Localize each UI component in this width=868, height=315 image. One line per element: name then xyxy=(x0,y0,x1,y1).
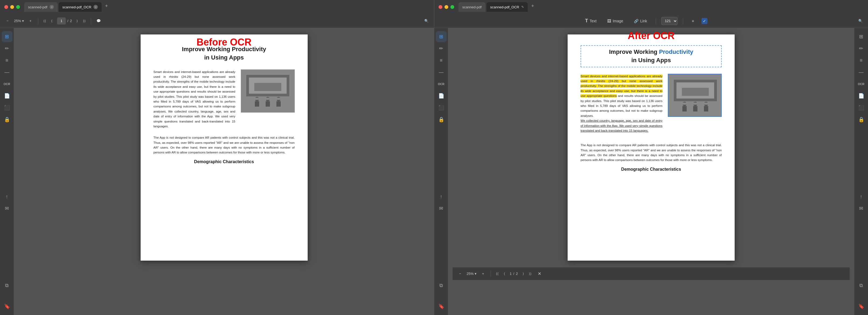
zoom-out-bottom[interactable]: − xyxy=(456,270,464,278)
image-tool-button[interactable]: 🖼 Image xyxy=(604,16,626,26)
sidebar-rr-layers[interactable]: ⧉ xyxy=(856,280,867,291)
page-nav-next-bottom: ⟩ ⟩⟩ xyxy=(520,271,533,277)
tab-scanned-pdf-r[interactable]: scanned-pdf xyxy=(459,2,486,12)
sidebar-ocr-button[interactable]: OCR xyxy=(2,78,12,89)
email-icon: ✉ xyxy=(5,206,9,211)
zoom-dropdown-icon: ▾ xyxy=(22,19,24,23)
icon-rr-2: ✏ xyxy=(859,45,863,52)
separator-ocr2 xyxy=(683,18,683,24)
last-page-bottom[interactable]: ⟩⟩ xyxy=(527,271,533,277)
dash-icon-r: — xyxy=(439,69,444,75)
page-nav-arrows-next: ⟩ ⟩⟩ xyxy=(74,18,88,24)
sidebar-rr-8[interactable]: 🔒 xyxy=(856,114,867,125)
sidebar-protect-button[interactable]: 🔒 xyxy=(2,114,12,125)
text-tool-button[interactable]: T Text xyxy=(582,16,600,26)
sidebar-text-button-r[interactable]: ≡ xyxy=(436,55,447,66)
sidebar-rr-7[interactable]: ⬛ xyxy=(856,102,867,113)
sidebar-protect-button-r[interactable]: 🔒 xyxy=(436,114,447,125)
sidebar-pages-button[interactable]: 📄 xyxy=(2,91,12,101)
ocr-paragraph-1: Smart devices and internet-based applica… xyxy=(581,74,662,133)
pdf-canvas-right[interactable]: After OCR Improve Working Productivity i… xyxy=(448,28,854,315)
pdf-paragraph-2: The App is not designed to compare AR pa… xyxy=(154,135,295,155)
sidebar-rr-bookmark[interactable]: 🔖 xyxy=(856,301,867,312)
sidebar-dash-button-r[interactable]: — xyxy=(436,67,447,77)
zoom-in-bottom[interactable]: + xyxy=(479,270,487,278)
sidebar-edit-button[interactable]: ✏ xyxy=(2,43,12,54)
sidebar-rr-3[interactable]: ≡ xyxy=(856,55,867,66)
sidebar-right-right: ⊞ ✏ ≡ — OCR 📄 ⬛ 🔒 xyxy=(854,28,868,315)
tab-scanned-pdf-ocr[interactable]: scanned-pdf_OCR ✕ xyxy=(59,2,102,12)
close-traffic-light-r[interactable] xyxy=(439,5,442,9)
svg-rect-22 xyxy=(704,106,708,112)
sidebar-rr-2[interactable]: ✏ xyxy=(856,43,867,54)
prev-page-button[interactable]: ⟨ xyxy=(49,18,55,24)
first-page-bottom[interactable]: ⟨⟨ xyxy=(494,271,500,277)
font-size-select[interactable]: 121 72 48 36 24 18 14 12 xyxy=(661,17,678,25)
page-nav-arrows: ⟨⟨ ⟨ xyxy=(41,18,55,24)
first-page-button[interactable]: ⟨⟨ xyxy=(41,18,48,24)
prev-page-bottom[interactable]: ⟨ xyxy=(501,271,507,277)
sidebar-dash-button[interactable]: — xyxy=(2,67,12,77)
tab-close-btn[interactable]: ✕ xyxy=(50,5,54,9)
sidebar-rr-5[interactable]: OCR xyxy=(856,78,867,89)
sidebar-thumbnail-button-r[interactable]: ⊞ xyxy=(436,31,447,42)
new-tab-button[interactable]: + xyxy=(103,2,110,10)
maximize-traffic-light[interactable] xyxy=(16,5,20,9)
align-button[interactable]: ≡ xyxy=(689,16,697,26)
page-number-input[interactable] xyxy=(57,18,66,25)
sidebar-edit-button-r[interactable]: ✏ xyxy=(436,43,447,54)
svg-rect-23 xyxy=(677,102,714,105)
tab-scanned-pdf[interactable]: scanned-pdf ✕ xyxy=(24,2,58,12)
svg-rect-16 xyxy=(682,88,709,96)
sidebar-share-button[interactable]: ↑ xyxy=(2,191,12,202)
sidebar-rr-share[interactable]: ↑ xyxy=(856,191,867,202)
sidebar-bookmark-button-r[interactable]: 🔖 xyxy=(436,301,447,312)
minimize-traffic-light-r[interactable] xyxy=(444,5,448,9)
close-traffic-light[interactable] xyxy=(4,5,8,9)
last-page-button[interactable]: ⟩⟩ xyxy=(81,18,88,24)
pdf-body-left: Smart devices and internet-based applica… xyxy=(154,69,295,129)
zoom-in-button[interactable]: + xyxy=(26,17,35,25)
layers-icon: ⧉ xyxy=(5,283,9,288)
sidebar-text-button[interactable]: ≡ xyxy=(2,55,12,66)
next-page-bottom[interactable]: ⟩ xyxy=(520,271,526,277)
edit-icon-r: ✏ xyxy=(439,45,443,52)
link-tool-label: Link xyxy=(640,19,647,23)
search-button-r[interactable]: 🔍 xyxy=(856,17,865,25)
email-icon-r: ✉ xyxy=(439,206,443,211)
sidebar-layers-button[interactable]: ⧉ xyxy=(2,280,12,291)
close-icon-b: ✕ xyxy=(538,271,541,276)
search-button[interactable]: 🔍 xyxy=(422,17,431,25)
edit-icon: ✏ xyxy=(5,45,9,52)
sidebar-compress-button[interactable]: ⬛ xyxy=(2,102,12,113)
sidebar-share-button-r[interactable]: ↑ xyxy=(436,191,447,202)
comment-button[interactable]: 💬 xyxy=(94,17,103,25)
sidebar-pages-button-r[interactable]: 📄 xyxy=(436,91,447,101)
new-tab-button-r[interactable]: + xyxy=(529,2,536,10)
sidebar-rr-6[interactable]: 📄 xyxy=(856,91,867,101)
sidebar-rr-1[interactable]: ⊞ xyxy=(856,31,867,42)
svg-rect-20 xyxy=(693,106,698,112)
minimize-traffic-light[interactable] xyxy=(10,5,14,9)
sidebar-rr-email[interactable]: ✉ xyxy=(856,203,867,214)
close-bottom-toolbar[interactable]: ✕ xyxy=(535,270,543,278)
sidebar-rr-4[interactable]: — xyxy=(856,67,867,77)
maximize-traffic-light-r[interactable] xyxy=(451,5,454,9)
pdf-canvas-left[interactable]: Before OCR Improve Working Productivity … xyxy=(14,28,434,315)
image-tool-icon: 🖼 xyxy=(607,19,611,23)
pdf-image-column xyxy=(241,69,295,129)
tab-close-btn-ocr[interactable]: ✕ xyxy=(93,5,98,9)
zoom-out-button[interactable]: − xyxy=(3,17,12,25)
sidebar-email-button[interactable]: ✉ xyxy=(2,203,12,214)
next-page-button[interactable]: ⟩ xyxy=(74,18,81,24)
sidebar-compress-button-r[interactable]: ⬛ xyxy=(436,102,447,113)
sidebar-thumbnail-button[interactable]: ⊞ xyxy=(2,31,12,42)
sidebar-layers-button-r[interactable]: ⧉ xyxy=(436,280,447,291)
tab-scanned-pdf-ocr-r[interactable]: scanned-pdf_OCR ✎ xyxy=(487,2,528,12)
ocr-checkbox[interactable]: ✓ xyxy=(702,18,707,24)
sidebar-email-button-r[interactable]: ✉ xyxy=(436,203,447,214)
sidebar-bookmark-button[interactable]: 🔖 xyxy=(2,301,12,312)
zoom-out-icon: − xyxy=(6,19,9,23)
link-tool-button[interactable]: 🔗 Link xyxy=(631,16,650,26)
sidebar-ocr-button-r[interactable]: OCR xyxy=(436,78,447,89)
